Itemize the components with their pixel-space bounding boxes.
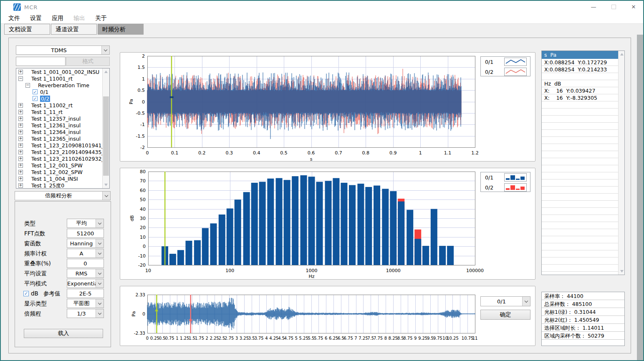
expand-icon[interactable]: + xyxy=(18,110,23,114)
tree-item[interactable]: +Test 1_12_002_SPW xyxy=(16,169,103,175)
expand-icon[interactable]: + xyxy=(18,157,23,161)
collapse-icon[interactable]: − xyxy=(18,76,23,81)
average-mode-select[interactable]: Exponential xyxy=(67,279,104,288)
file-format-select[interactable]: TDMS xyxy=(16,45,110,55)
type-select[interactable]: 平均 xyxy=(67,219,104,228)
display-type-select[interactable]: 平面图 xyxy=(67,299,104,308)
legend-swatch-line-icon[interactable] xyxy=(504,58,527,66)
tree-item[interactable]: −Reverberation Time xyxy=(16,82,103,88)
overview-waveform-plot[interactable]: 2.330-2.3300.250.50.7511.251.51.7522.252… xyxy=(120,286,536,346)
expand-icon[interactable]: + xyxy=(18,116,23,121)
expand-icon[interactable]: + xyxy=(18,143,23,148)
reference-value-input[interactable] xyxy=(67,289,104,298)
close-button[interactable]: ✕ xyxy=(630,3,637,11)
expand-icon[interactable]: + xyxy=(18,183,23,188)
tree-checkbox[interactable]: ✓ xyxy=(33,96,38,101)
tree-item[interactable]: +Test 1_12365_insul xyxy=(16,135,103,142)
tree-item[interactable]: +Test 1_123_211026102932_spw xyxy=(16,155,103,162)
expand-icon[interactable]: + xyxy=(18,103,23,108)
svg-text:0.5: 0.5 xyxy=(280,150,288,156)
tree-item-label: Test 1_12364_insul xyxy=(31,129,81,135)
collapse-icon[interactable]: − xyxy=(25,83,30,88)
db-checkbox[interactable]: ✓ xyxy=(23,291,29,296)
overview-cursor-green[interactable] xyxy=(156,295,157,333)
tree-scrollbar[interactable] xyxy=(102,68,109,188)
tree-item[interactable]: +Test 1_001_001_002_INSU xyxy=(16,68,103,75)
tree-item[interactable]: +Test 1_25度0 xyxy=(16,182,103,188)
expand-icon[interactable]: + xyxy=(18,70,23,74)
right-scroll-strip[interactable] xyxy=(637,35,643,361)
time-cursor-green[interactable] xyxy=(171,56,172,147)
expand-icon[interactable]: + xyxy=(18,150,23,154)
list-header[interactable]: s Pa xyxy=(542,51,618,59)
tree-item-label: Test 1_12361_insul xyxy=(31,122,81,129)
octave-fraction-select[interactable]: 1/3 xyxy=(67,309,104,318)
tree-checkbox[interactable]: ✓ xyxy=(33,89,38,94)
svg-text:-20: -20 xyxy=(138,263,146,268)
scroll-up-icon[interactable] xyxy=(104,71,108,73)
tree-item[interactable]: +Test 1_12361_insul xyxy=(16,122,103,129)
tree-item[interactable]: ✓0/2 xyxy=(16,95,103,102)
load-button[interactable]: 载入 xyxy=(24,329,103,338)
tree-item[interactable]: +Test 1_12_001_SPW xyxy=(16,162,103,169)
list-row[interactable] xyxy=(542,73,618,80)
maximize-button[interactable] xyxy=(610,3,617,11)
overlap-input[interactable] xyxy=(67,259,104,268)
scroll-down-icon[interactable] xyxy=(104,184,108,186)
confirm-button[interactable]: 确定 xyxy=(480,310,530,320)
average-setting-select[interactable]: RMS xyxy=(67,269,104,278)
tree-item[interactable]: +Test 1_1_004_INSI xyxy=(16,175,103,182)
spectrum-cursor-green[interactable] xyxy=(164,172,166,265)
list-row[interactable]: X: 16 Y:-8.329305 xyxy=(542,94,618,101)
tab-channel-settings[interactable]: 通道设置 xyxy=(51,24,97,35)
frequency-weighting-select[interactable]: A xyxy=(67,249,104,258)
analysis-type-select[interactable]: 倍频程分析 xyxy=(15,191,111,200)
menu-item-apply[interactable]: 应用 xyxy=(47,13,68,23)
legend-swatch-bars-icon[interactable] xyxy=(504,183,527,192)
expand-icon[interactable]: + xyxy=(18,177,23,181)
format-button[interactable]: 格式 xyxy=(66,57,110,66)
menu-item-about[interactable]: 关于 xyxy=(90,13,112,23)
tab-document-settings[interactable]: 文档设置 xyxy=(4,24,50,35)
time-waveform-plot[interactable]: 21.510.50-0.5-1-1.5-200.10.20.30.40.50.6… xyxy=(120,53,536,162)
menu-item-settings[interactable]: 设置 xyxy=(25,13,47,23)
tree-scrollbar-thumb[interactable] xyxy=(103,96,109,176)
filter-input[interactable] xyxy=(16,57,66,66)
list-row[interactable]: X: 16 Y:0.039427 xyxy=(542,87,618,94)
svg-text:10.25: 10.25 xyxy=(447,336,459,341)
minimize-button[interactable]: — xyxy=(590,3,597,11)
list-scrollbar[interactable] xyxy=(618,51,625,275)
tree-item[interactable]: +Test 1_12357_insul xyxy=(16,115,103,122)
channel-select[interactable]: 0/1 xyxy=(480,296,530,306)
tree-item[interactable]: +Test 1_123_210908101941_spw xyxy=(16,142,103,149)
expand-icon[interactable]: + xyxy=(18,170,23,174)
tree-item[interactable]: ✓0/1 xyxy=(16,88,103,95)
tree-item[interactable]: +Test 1_11002_rt xyxy=(16,102,103,109)
expand-icon[interactable]: + xyxy=(18,163,23,168)
tree-item[interactable]: +Test 1_12364_insul xyxy=(16,129,103,135)
list-row-empty xyxy=(542,250,618,257)
legend-swatch-line-icon[interactable] xyxy=(504,68,527,76)
list-row[interactable]: X:0.088254 Y:0.172729 xyxy=(542,59,618,66)
tree-item-label: Test 1_11002_rt xyxy=(31,102,73,109)
fft-points-input[interactable] xyxy=(67,229,104,238)
list-row[interactable]: X:0.088254 Y:0.214233 xyxy=(542,66,618,73)
expand-icon[interactable]: + xyxy=(18,136,23,141)
list-row[interactable]: Hz dB xyxy=(542,80,618,87)
expand-icon[interactable]: + xyxy=(18,130,23,134)
tree-item[interactable]: +Test 1_11_rt xyxy=(16,109,103,115)
tree-item[interactable]: −Test 1_11001_rt xyxy=(16,75,103,82)
menu-item-file[interactable]: 文件 xyxy=(3,13,25,23)
legend-label: 0/2 xyxy=(485,69,493,75)
svg-text:10000: 10000 xyxy=(386,268,401,273)
field-value: Hanning xyxy=(67,240,96,247)
overview-cursor-red[interactable] xyxy=(190,295,192,333)
tree-item[interactable]: +Test 1_123_210914094435_spw xyxy=(16,149,103,155)
expand-icon[interactable]: + xyxy=(18,123,23,128)
scroll-up-icon[interactable] xyxy=(620,53,624,56)
window-function-select[interactable]: Hanning xyxy=(67,239,104,248)
scroll-down-icon[interactable] xyxy=(620,270,624,273)
legend-swatch-bars-icon[interactable] xyxy=(504,173,527,182)
tab-time-frequency-analysis[interactable]: 时频分析 xyxy=(98,24,144,35)
octave-spectrum-plot[interactable]: 80706050403020100-10-2010100100010000100… xyxy=(120,168,536,280)
